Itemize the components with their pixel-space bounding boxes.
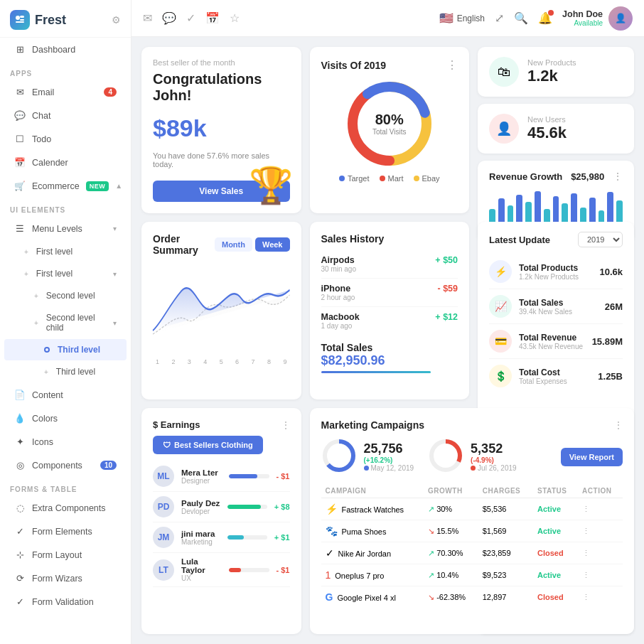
sidebar-item-calender[interactable]: 📅 Calender (4, 151, 127, 173)
total-label: Total Sales (321, 342, 458, 353)
sidebar-item-third-level-1[interactable]: Third level (4, 339, 127, 360)
sidebar-item-form-layout[interactable]: ⊹ Form Layout (4, 544, 127, 566)
sidebar-item-second-level-child[interactable]: + Second level child ▾ (4, 307, 127, 338)
sidebar: Frest ⚙ ⊞ Dashboard APPS ✉ Email 4 💬 Cha… (0, 0, 132, 644)
row-action-3[interactable]: ⋮ (582, 549, 590, 557)
latest-title: Latest Update (489, 235, 550, 245)
row-action-2[interactable]: ⋮ (582, 527, 590, 535)
view-report-button[interactable]: View Report (561, 448, 623, 466)
sidebar-item-third-level-2[interactable]: + Third level (4, 361, 127, 382)
sidebar-item-form-elements[interactable]: ✓ Form Elements (4, 520, 127, 542)
app-name: Frest (35, 13, 66, 28)
table-row: GGoogle Pixel 4 xl ↘ -62.38% 12,897 Clos… (321, 586, 623, 608)
legend-mart: Mart (380, 174, 404, 183)
tab-month[interactable]: Month (215, 237, 252, 252)
best-sellers-section: 🛡 Best Sellers Clothing (153, 436, 290, 454)
sidebar-item-extra-components[interactable]: ◌ Extra Components (4, 497, 127, 519)
earner-jini-avatar: JM (153, 527, 174, 548)
row-action-4[interactable]: ⋮ (582, 571, 590, 579)
sidebar-item-dashboard[interactable]: ⊞ Dashboard (4, 38, 127, 60)
order-line-chart (153, 263, 290, 355)
mkt-stat1-num: 25,756 (364, 441, 414, 456)
visits-more-icon[interactable]: ⋮ (446, 58, 458, 72)
row-action-5[interactable]: ⋮ (582, 593, 590, 601)
chat-icon: 💬 (14, 110, 26, 121)
earnings-more-icon[interactable]: ⋮ (281, 420, 290, 430)
revenue-more-icon[interactable]: ⋮ (613, 171, 623, 182)
email-badge: 4 (104, 87, 117, 97)
topbar-mail-icon[interactable]: ✉ (143, 11, 152, 25)
users-value: 45.6k (527, 124, 567, 142)
third-level-sub: Third level + Third level (0, 339, 131, 382)
email-icon: ✉ (14, 87, 26, 97)
content-icon: 📄 (14, 390, 26, 400)
flag-icon: 🇺🇸 (439, 11, 454, 25)
sales-update-icon: 📈 (489, 295, 512, 318)
sales-item-airpods: Airpods 30 min ago + $50 (321, 250, 458, 279)
sidebar-item-form-wizars[interactable]: ⟳ Form Wizars (4, 567, 127, 589)
dashboard-content: Best seller of the month Congratulations… (132, 37, 644, 644)
settings-icon[interactable]: ⚙ (112, 14, 121, 26)
expand-icon[interactable]: ⤢ (495, 11, 504, 25)
sidebar-item-menu-levels[interactable]: ☰ Menu Levels ▾ (4, 218, 127, 240)
users-info: New Users 45.6k (527, 115, 567, 142)
cart-icon: 🛒 (14, 181, 26, 191)
topbar-cal-icon[interactable]: 📅 (205, 11, 220, 25)
topbar-chat-icon[interactable]: 💬 (162, 11, 176, 25)
earner-pauly-amt: + $8 (274, 503, 290, 511)
users-label: New Users (527, 115, 567, 124)
language-selector[interactable]: 🇺🇸 English (439, 11, 485, 25)
order-tabs: Month Week (215, 237, 290, 252)
plus-icon-1: + (24, 248, 28, 256)
sidebar-item-components[interactable]: ◎ Components 10 (4, 454, 127, 476)
menu-icon: ☰ (14, 223, 26, 234)
topbar-check-icon[interactable]: ✓ (186, 11, 195, 25)
search-icon[interactable]: 🔍 (514, 11, 528, 25)
revenue-bar (508, 205, 514, 223)
marketing-more-icon[interactable]: ⋮ (614, 420, 623, 430)
sidebar-item-first-level-2[interactable]: + First level ▾ (4, 263, 127, 284)
row-action-1[interactable]: ⋮ (582, 505, 590, 513)
user-name: John Doe (562, 9, 603, 19)
legend-target: Target (339, 174, 370, 183)
products-label: New Products (527, 58, 576, 67)
sidebar-item-email[interactable]: ✉ Email 4 (4, 81, 127, 103)
sidebar-item-content[interactable]: 📄 Content (4, 384, 127, 406)
sidebar-item-first-level-1[interactable]: + First level (4, 241, 127, 262)
sidebar-item-chat[interactable]: 💬 Chat (4, 104, 127, 127)
visits-card: Visits Of 2019 ⋮ 80% Total Visits Target… (310, 47, 470, 213)
user-menu[interactable]: John Doe Available 👤 (562, 6, 633, 31)
sidebar-item-colors[interactable]: 💧 Colors (4, 407, 127, 429)
calendar-icon: 📅 (14, 157, 26, 168)
notification-icon[interactable]: 🔔 (538, 11, 552, 25)
year-select[interactable]: 201920202021 (578, 232, 623, 247)
tab-week[interactable]: Week (255, 237, 290, 252)
sidebar-item-icons[interactable]: ✦ Icons (4, 431, 127, 453)
marketing-table: Campaign Growth Charges Status Action ⚡F… (321, 484, 623, 608)
revenue-bar (553, 196, 559, 223)
sidebar-item-ecommerce[interactable]: 🛒 Ecommerce NEW ▲ (4, 175, 127, 197)
revenue-amount: $25,980 (571, 171, 604, 182)
best-sellers-btn[interactable]: 🛡 Best Sellers Clothing (153, 436, 263, 454)
revenue-bar (589, 198, 596, 223)
table-row: 1Oneplus 7 pro ↗ 10.4% $9,523 Active ⋮ (321, 564, 623, 586)
user-status: Available (562, 19, 603, 27)
visits-title: Visits Of 2019 (321, 60, 387, 71)
earner-lula-bar-wrap (229, 568, 269, 572)
revenue-update-icon: 💳 (489, 330, 512, 353)
svg-rect-3 (16, 21, 24, 23)
stat-new-users: 👤 New Users 45.6k (478, 104, 634, 154)
donut-sub: Total Visits (372, 128, 407, 136)
sidebar-item-todo[interactable]: ☐ Todo (4, 128, 127, 150)
topbar-star-icon[interactable]: ☆ (230, 11, 240, 25)
sales-update-val: 26M (605, 301, 623, 312)
total-sales-section: Total Sales $82,950.96 (321, 342, 458, 373)
logo-brand[interactable]: Frest (10, 10, 66, 30)
col-charges: Charges (478, 484, 533, 498)
table-row: 🐾Puma Shoes ↘ 15.5% $1,569 Active ⋮ (321, 520, 623, 542)
earner-mera: ML Mera Lter Designer - $1 (153, 461, 290, 492)
sidebar-item-form-validation[interactable]: ✓ Form Validation (4, 591, 127, 613)
marketing-card: Marketing Campaigns ⋮ 25,756 (+16.2%) (310, 408, 635, 634)
revenue-bar (498, 198, 505, 223)
sidebar-item-second-level[interactable]: + Second level (4, 285, 127, 306)
